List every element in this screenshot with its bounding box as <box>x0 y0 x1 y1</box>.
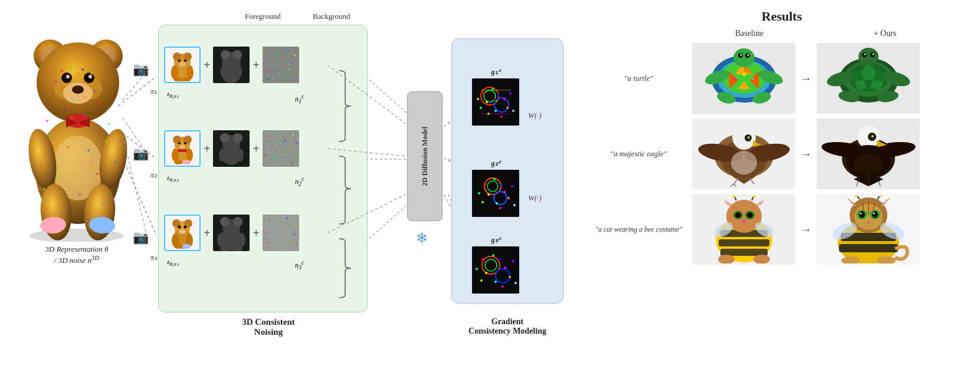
svg-point-229 <box>476 268 478 270</box>
pi-label-2: π₂ <box>150 171 157 180</box>
svg-point-64 <box>84 114 86 116</box>
svg-point-149 <box>217 233 225 247</box>
gradient-label-1: g₁ᶜ <box>472 68 519 77</box>
svg-marker-307 <box>753 199 765 207</box>
svg-point-206 <box>500 183 503 186</box>
pi-label-1: π₁ <box>150 87 157 96</box>
svg-point-198 <box>496 100 498 102</box>
result-row-1: "a turtle" <box>590 43 974 114</box>
arrow-3: → <box>800 223 812 236</box>
gradient-label-2: g₂ᶜ <box>472 159 519 168</box>
svg-point-207 <box>487 193 490 196</box>
noising-block-1: + + <box>164 41 323 88</box>
svg-point-215 <box>513 204 516 206</box>
ours-header: + Ours <box>826 29 944 38</box>
svg-point-115 <box>233 133 242 143</box>
pi-label-3: π₃ <box>150 253 157 262</box>
teddy-img-3 <box>164 215 201 251</box>
w-label-2: W(·) <box>528 193 542 203</box>
svg-point-66 <box>91 162 93 163</box>
svg-point-220 <box>481 258 484 261</box>
svg-point-62 <box>94 91 96 93</box>
svg-point-54 <box>46 120 48 122</box>
svg-point-36 <box>61 70 63 72</box>
result-row-3: "a cat wearing a bee costume" <box>590 194 974 265</box>
teddy-img-1 <box>164 47 201 83</box>
svg-point-193 <box>480 107 482 109</box>
svg-point-37 <box>70 67 72 69</box>
svg-point-184 <box>483 92 485 94</box>
svg-point-79 <box>221 50 230 60</box>
svg-point-213 <box>478 192 480 195</box>
svg-point-250 <box>734 78 736 80</box>
svg-point-196 <box>477 98 479 100</box>
svg-point-143 <box>174 244 182 249</box>
gradient-img-container-2: g₂ᶜ <box>472 159 519 217</box>
svg-point-118 <box>237 149 244 162</box>
svg-point-252 <box>743 84 745 86</box>
svg-point-211 <box>481 201 484 203</box>
svg-point-71 <box>178 60 181 62</box>
svg-point-317 <box>741 219 747 223</box>
arrow-2: → <box>800 147 812 161</box>
svg-point-111 <box>182 160 191 164</box>
gradient-img-1 <box>472 78 519 126</box>
result-label-1: "a turtle" <box>590 74 687 83</box>
svg-point-20 <box>66 75 70 78</box>
svg-point-80 <box>232 50 242 60</box>
results-header: Baseline + Ours <box>590 29 974 38</box>
svg-point-293 <box>871 135 873 137</box>
svg-point-73 <box>179 62 186 67</box>
svg-point-38 <box>81 68 84 71</box>
svg-point-46 <box>105 140 107 143</box>
gradient-img-2 <box>472 170 519 217</box>
svg-point-191 <box>487 113 490 115</box>
svg-line-282 <box>734 178 738 184</box>
svg-rect-112 <box>178 149 187 152</box>
svg-point-186 <box>497 94 500 96</box>
fg-silhouette-2 <box>213 130 250 167</box>
svg-point-150 <box>237 233 245 247</box>
svg-point-144 <box>182 244 191 249</box>
n-label-1: n1c <box>295 93 304 104</box>
ours-turtle-img <box>817 43 920 114</box>
svg-point-221 <box>492 254 494 256</box>
plus-1: + <box>204 58 210 72</box>
diffusion-text: 2D Diffusion Model <box>420 127 430 186</box>
svg-point-63 <box>71 117 73 119</box>
plus-2c: + <box>253 142 259 156</box>
svg-point-50 <box>96 173 99 175</box>
svg-marker-306 <box>725 200 731 206</box>
svg-point-147 <box>233 217 242 226</box>
ours-eagle-img <box>817 118 920 189</box>
svg-point-230 <box>512 260 514 262</box>
svg-point-205 <box>493 178 496 180</box>
camera-icon-2: 📷 <box>133 146 149 162</box>
svg-point-117 <box>219 149 226 162</box>
gradient-title: Gradient Consistency Modeling <box>437 317 578 336</box>
gradient-label-3: g₃ᶜ <box>472 236 519 245</box>
svg-rect-167 <box>263 215 299 251</box>
svg-point-224 <box>504 266 506 269</box>
svg-point-139 <box>183 225 186 228</box>
svg-point-68 <box>173 52 181 61</box>
svg-point-69 <box>183 52 192 61</box>
noising-block-3: + + <box>164 209 323 256</box>
baseline-eagle-img <box>692 118 795 189</box>
bg-noise-2 <box>263 130 299 167</box>
svg-point-47 <box>67 146 69 149</box>
svg-point-240 <box>733 48 755 67</box>
w-label-1: W(·) <box>528 111 542 120</box>
svg-point-42 <box>84 96 87 98</box>
teddy-bear-svg <box>15 18 139 242</box>
arrow-1: → <box>800 72 812 85</box>
svg-point-279 <box>748 136 749 138</box>
svg-point-23 <box>72 85 84 94</box>
svg-point-61 <box>60 94 62 95</box>
svg-point-52 <box>52 199 54 202</box>
svg-line-283 <box>730 184 734 186</box>
bg-label: Background <box>313 12 350 21</box>
svg-point-185 <box>491 88 494 90</box>
plus-3b: + <box>253 226 259 240</box>
svg-point-197 <box>494 98 496 100</box>
